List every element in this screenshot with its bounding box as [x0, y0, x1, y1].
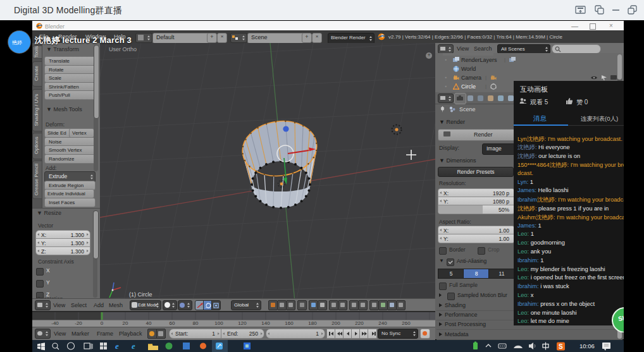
svg-text:10:06: 10:06: [579, 343, 595, 349]
svg-text:S: S: [559, 343, 563, 350]
svg-text:e: e: [132, 341, 135, 351]
svg-text:e: e: [115, 341, 119, 351]
